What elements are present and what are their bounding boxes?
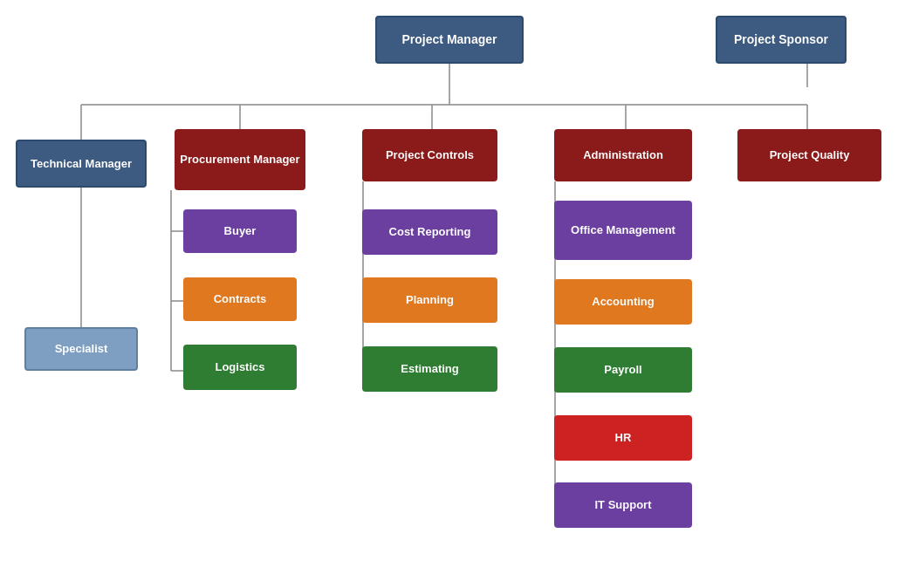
logistics-node: Logistics — [183, 345, 297, 390]
contracts-label: Contracts — [214, 292, 267, 306]
specialist-node: Specialist — [24, 327, 138, 371]
payroll-label: Payroll — [604, 363, 641, 377]
project-sponsor-label: Project Sponsor — [734, 32, 828, 47]
project-sponsor-node: Project Sponsor — [716, 16, 847, 64]
project-controls-label: Project Controls — [386, 148, 474, 162]
technical-manager-node: Technical Manager — [16, 140, 147, 188]
procurement-manager-node: Procurement Manager — [175, 129, 305, 190]
planning-node: Planning — [362, 277, 497, 323]
it-support-label: IT Support — [595, 498, 652, 512]
org-chart: Project Manager Project Sponsor Technica… — [0, 0, 905, 588]
cost-reporting-node: Cost Reporting — [362, 209, 497, 255]
it-support-node: IT Support — [554, 482, 692, 528]
project-controls-node: Project Controls — [362, 129, 497, 181]
buyer-node: Buyer — [183, 209, 297, 253]
project-quality-node: Project Quality — [737, 129, 881, 181]
project-manager-node: Project Manager — [375, 16, 524, 64]
cost-reporting-label: Cost Reporting — [389, 225, 471, 239]
payroll-node: Payroll — [554, 347, 692, 393]
contracts-node: Contracts — [183, 277, 297, 321]
hr-label: HR — [615, 431, 632, 445]
estimating-node: Estimating — [362, 346, 497, 392]
procurement-manager-label: Procurement Manager — [180, 153, 299, 167]
logistics-label: Logistics — [215, 360, 264, 374]
buyer-label: Buyer — [224, 224, 257, 238]
project-quality-label: Project Quality — [770, 148, 850, 162]
accounting-node: Accounting — [554, 279, 692, 325]
hr-node: HR — [554, 415, 692, 461]
administration-label: Administration — [583, 148, 663, 162]
accounting-label: Accounting — [592, 295, 655, 309]
administration-node: Administration — [554, 129, 692, 181]
office-management-label: Office Management — [571, 223, 675, 237]
office-management-node: Office Management — [554, 201, 692, 260]
technical-manager-label: Technical Manager — [31, 157, 132, 171]
specialist-label: Specialist — [55, 342, 108, 356]
planning-label: Planning — [406, 293, 454, 307]
project-manager-label: Project Manager — [402, 32, 497, 47]
estimating-label: Estimating — [401, 362, 458, 376]
